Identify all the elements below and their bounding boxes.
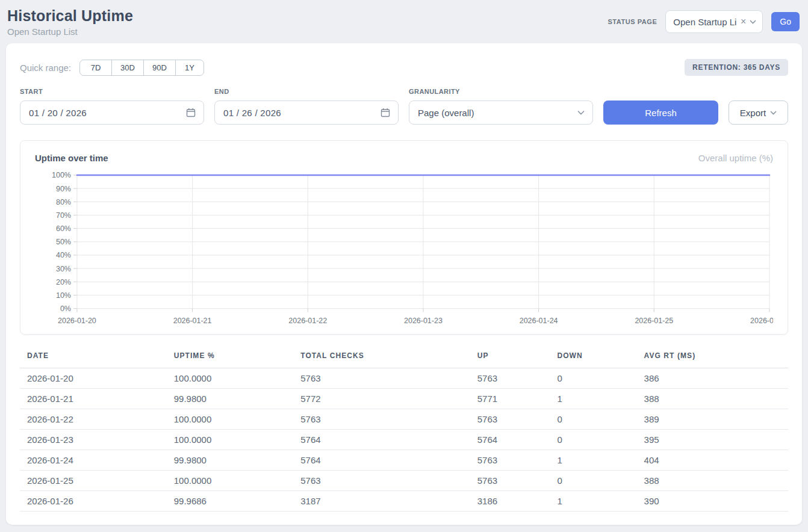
svg-text:2026-01-20: 2026-01-20 [58,317,96,325]
table-row: 2026-01-23100.0000576457640395 [20,429,788,450]
table-cell: 5764 [293,429,470,450]
header-controls: STATUS PAGE Open Startup List × Go [608,10,800,33]
header-titles: Historical Uptime Open Startup List [7,7,133,37]
uptime-chart: 0%10%20%30%40%50%60%70%80%90%100%2026-01… [35,170,773,328]
quick-range-group: 7D 30D 90D 1Y [79,60,204,76]
svg-text:50%: 50% [56,238,71,246]
start-date-field: START 01 / 20 / 2026 [20,88,204,125]
start-date-label: START [20,88,204,95]
table-cell: 5763 [293,470,470,490]
retention-badge: RETENTION: 365 DAYS [685,59,788,76]
svg-text:0%: 0% [60,305,71,313]
table-cell: 388 [637,470,788,490]
granularity-select[interactable]: Page (overall) [409,101,593,125]
uptime-table: DATE UPTIME % TOTAL CHECKS UP DOWN AVG R… [20,349,788,512]
granularity-field: GRANULARITY Page (overall) [409,88,593,125]
status-page-selected-value: Open Startup List [673,17,737,27]
end-date-label: END [214,88,399,95]
svg-text:60%: 60% [56,224,71,233]
table-row: 2026-01-2499.9800576457631404 [20,450,788,470]
table-cell: 0 [550,368,636,388]
table-header-row: DATE UPTIME % TOTAL CHECKS UP DOWN AVG R… [20,349,788,368]
table-cell: 388 [637,388,788,409]
svg-text:2026-01-26: 2026-01-26 [750,317,773,325]
table-cell: 2026-01-20 [20,368,167,388]
table-cell: 0 [550,429,636,450]
table-cell: 0 [550,409,636,429]
table-cell: 5764 [470,429,550,450]
table-cell: 5763 [470,450,550,470]
svg-text:10%: 10% [56,291,71,300]
svg-text:100%: 100% [52,171,71,179]
svg-text:70%: 70% [56,211,71,220]
quick-range-label: Quick range: [20,63,71,73]
svg-text:40%: 40% [56,251,71,259]
table-cell: 100.0000 [167,368,294,388]
table-cell: 395 [637,429,788,450]
column-header-avg-rt: AVG RT (MS) [637,349,788,368]
table-row: 2026-01-2199.9800577257711388 [20,388,788,409]
granularity-label: GRANULARITY [409,88,593,95]
chevron-down-icon [577,110,585,115]
column-header-date: DATE [20,349,167,368]
svg-text:20%: 20% [56,278,71,286]
start-date-input[interactable]: 01 / 20 / 2026 [20,101,204,125]
quick-range-90d-button[interactable]: 90D [143,60,176,76]
table-cell: 2026-01-22 [20,409,167,429]
top-header: Historical Uptime Open Startup List STAT… [0,0,808,43]
status-page-select[interactable]: Open Startup List × [665,10,763,33]
column-header-checks: TOTAL CHECKS [293,349,470,368]
calendar-icon[interactable] [381,108,390,117]
table-cell: 390 [637,490,788,511]
refresh-button[interactable]: Refresh [603,101,718,125]
table-cell: 2026-01-23 [20,429,167,450]
calendar-icon[interactable] [186,108,196,117]
main-panel: Quick range: 7D 30D 90D 1Y RETENTION: 36… [6,43,802,525]
table-cell: 2026-01-24 [20,450,167,470]
table-cell: 5763 [293,409,470,429]
table-cell: 100.0000 [167,409,294,429]
table-cell: 5763 [293,368,470,388]
svg-text:90%: 90% [56,185,71,193]
quick-range-7d-button[interactable]: 7D [79,60,112,76]
table-cell: 99.9800 [167,388,294,409]
export-button[interactable]: Export [729,101,788,125]
table-cell: 5772 [293,388,470,409]
chart-header: Uptime over time Overall uptime (%) [35,153,773,163]
table-cell: 100.0000 [167,470,294,490]
end-date-field: END 01 / 26 / 2026 [214,88,399,125]
table-cell: 99.9800 [167,450,294,470]
uptime-table-wrap: DATE UPTIME % TOTAL CHECKS UP DOWN AVG R… [20,349,788,512]
filters-row: START 01 / 20 / 2026 END 01 / 26 / 2026 … [20,88,788,125]
go-button[interactable]: Go [771,12,800,31]
start-date-value: 01 / 20 / 2026 [29,108,87,118]
column-header-down: DOWN [550,349,636,368]
svg-text:80%: 80% [56,198,71,206]
table-cell: 0 [550,470,636,490]
svg-text:2026-01-24: 2026-01-24 [520,317,558,325]
quick-range-1y-button[interactable]: 1Y [175,60,204,76]
svg-text:30%: 30% [56,265,71,273]
table-row: 2026-01-2699.9686318731861390 [20,490,788,511]
table-cell: 5771 [470,388,550,409]
table-row: 2026-01-25100.0000576357630388 [20,470,788,490]
table-cell: 1 [550,450,636,470]
uptime-table-body: 2026-01-20100.00005763576303862026-01-21… [20,368,788,511]
table-cell: 3187 [293,490,470,511]
end-date-input[interactable]: 01 / 26 / 2026 [214,101,399,125]
svg-text:2026-01-21: 2026-01-21 [173,317,212,325]
clear-selection-icon[interactable]: × [741,17,746,26]
table-cell: 2026-01-26 [20,490,167,511]
granularity-selected-value: Page (overall) [418,108,474,118]
svg-text:2026-01-23: 2026-01-23 [404,317,443,325]
table-cell: 2026-01-21 [20,388,167,409]
table-cell: 1 [550,388,636,409]
column-header-uptime: UPTIME % [167,349,294,368]
page-subtitle: Open Startup List [7,26,133,37]
table-cell: 99.9686 [167,490,294,511]
table-cell: 389 [637,409,788,429]
quick-range-30d-button[interactable]: 30D [111,60,144,76]
chevron-down-icon [770,111,777,115]
table-cell: 386 [637,368,788,388]
table-row: 2026-01-20100.0000576357630386 [20,368,788,388]
